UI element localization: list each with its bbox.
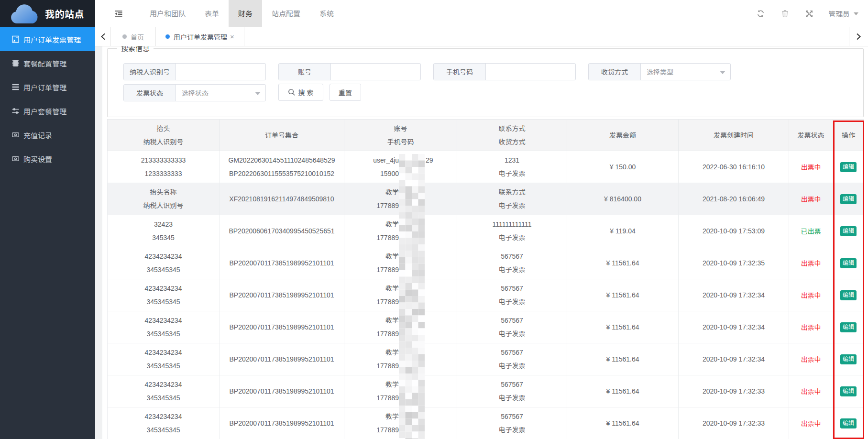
edit-button[interactable]: 编辑 <box>840 194 857 204</box>
sidebar-item-4[interactable]: 用户套餐管理 <box>0 99 95 123</box>
account-visible-suffix <box>425 250 457 263</box>
account-visible-prefix: 教学 <box>344 282 399 295</box>
account-visible-suffix <box>425 282 457 295</box>
cell-line: XF20210819162114974849509810 <box>220 192 344 206</box>
amount-text: ¥ 11561.64 <box>606 259 639 267</box>
tab-label: 用户订单发票管理 <box>174 32 227 42</box>
cell-line: 567567 <box>457 250 567 263</box>
table-row-1: 2133333333331233333333GM2022063014551110… <box>108 151 864 183</box>
trash-icon[interactable] <box>782 0 788 27</box>
nav-item-4[interactable]: 站点配置 <box>262 0 310 27</box>
cell-amount: ¥ 11561.64 <box>567 279 679 311</box>
cell-orders: BP20200606170340995450525651 <box>220 215 344 247</box>
account-visible-prefix: 教学 <box>344 314 399 327</box>
created-time-text: 2020-10-09 17:32:33 <box>703 387 765 395</box>
sidebar: 我的站点 用户订单发票管理套餐配置管理用户订单管理用户套餐管理充值记录购买设置 <box>0 0 95 439</box>
column-header-7: 发票状态 <box>789 120 833 151</box>
search-button[interactable]: 搜 索 <box>278 84 323 101</box>
amount-text: ¥ 150.00 <box>610 163 636 171</box>
cell-action: 编辑 <box>833 279 864 311</box>
tabs-scroll-left-icon[interactable] <box>95 27 111 46</box>
account-visible-prefix: 教学 <box>344 410 399 423</box>
account-visible-prefix: 177889 <box>344 423 399 437</box>
edit-button[interactable]: 编辑 <box>840 162 857 172</box>
cell-status: 出票中 <box>789 311 833 343</box>
search-field-group-3: 手机号码 <box>433 63 576 80</box>
tab-label: 首页 <box>131 32 144 42</box>
invoice-table: 抬头纳税人识别号订单号集合账号手机号码联系方式收货方式发票金额发票创建时间发票状… <box>107 119 864 439</box>
search-icon <box>288 89 295 96</box>
nav-item-2[interactable]: 表单 <box>195 0 229 27</box>
cell-action: 编辑 <box>833 407 864 439</box>
cell-orders: BP20200701173851989952101101 <box>220 343 344 375</box>
select-placeholder: 选择状态 <box>182 88 209 98</box>
table-row-8: 4234234234345345345BP2020070117385198995… <box>108 375 864 407</box>
cell-line: BP20200701173851989952101101 <box>220 256 344 270</box>
search-field-label: 纳税人识别号 <box>124 64 176 80</box>
search-text-input[interactable] <box>331 64 420 80</box>
caret-down-icon <box>720 71 725 77</box>
nav-item-3[interactable]: 财务 <box>229 0 262 27</box>
edit-button[interactable]: 编辑 <box>840 386 857 396</box>
account-visible-prefix: 15900 <box>344 167 399 180</box>
sidebar-fold-icon[interactable] <box>115 11 122 17</box>
tab-1[interactable]: 首页 <box>111 27 156 46</box>
edit-button[interactable]: 编辑 <box>840 258 857 268</box>
tabs-scroll-right-icon[interactable] <box>849 27 868 46</box>
nav-item-5[interactable]: 系统 <box>310 0 343 27</box>
cell-title: 2133333333331233333333 <box>108 151 220 183</box>
reset-button[interactable]: 重置 <box>330 84 361 101</box>
banknote-icon <box>11 131 19 139</box>
cell-line: 111111111111 <box>457 218 567 231</box>
account-visible-suffix <box>425 346 457 359</box>
search-field-label: 发票状态 <box>124 85 176 101</box>
nav-item-1[interactable]: 用户和团队 <box>140 0 195 27</box>
cell-line: 345345345 <box>108 391 219 405</box>
account-visible-prefix: 177889 <box>344 263 399 276</box>
search-field-group-4: 收货方式选择类型 <box>588 63 731 80</box>
search-text-input[interactable] <box>176 64 265 80</box>
sidebar-item-6[interactable]: 购买设置 <box>0 147 95 171</box>
sidebar-item-3[interactable]: 用户订单管理 <box>0 75 95 99</box>
admin-label: 管理员 <box>828 9 850 19</box>
sidebar-item-5[interactable]: 充值记录 <box>0 123 95 147</box>
column-header-line: 账号 <box>344 122 457 135</box>
refresh-icon[interactable] <box>757 0 764 27</box>
cell-line: 1233333333 <box>108 167 219 180</box>
sidebar-item-2[interactable]: 套餐配置管理 <box>0 51 95 75</box>
created-time-text: 2020-10-09 17:32:33 <box>703 419 765 427</box>
cell-line: 32423 <box>108 218 219 231</box>
sidebar-item-label: 购买设置 <box>23 154 52 164</box>
cell-line: BP20200701173851989952101101 <box>220 320 344 334</box>
status-text: 出票中 <box>801 260 821 267</box>
tab-close-icon[interactable]: × <box>230 33 234 40</box>
cell-created: 2020-10-09 17:32:34 <box>679 343 789 375</box>
account-visible-prefix: 教学 <box>344 218 399 231</box>
cell-action: 编辑 <box>833 375 864 407</box>
edit-button[interactable]: 编辑 <box>840 354 857 364</box>
cell-action: 编辑 <box>833 183 864 215</box>
sidebar-item-label: 用户订单发票管理 <box>23 34 81 44</box>
admin-dropdown[interactable]: 管理员 <box>828 0 858 27</box>
edit-button[interactable]: 编辑 <box>840 418 857 428</box>
account-visible-suffix <box>425 263 457 276</box>
cell-status: 出票中 <box>789 279 833 311</box>
status-text: 出票中 <box>801 164 821 171</box>
cell-action: 编辑 <box>833 311 864 343</box>
cell-line: GM20220630145511102485648529 <box>220 154 344 167</box>
search-select[interactable]: 选择状态 <box>176 85 265 101</box>
cell-line: 4234234234 <box>108 410 219 423</box>
cell-action: 编辑 <box>833 247 864 279</box>
sidebar-item-1[interactable]: 用户订单发票管理 <box>0 27 95 51</box>
account-visible-prefix: 177889 <box>344 295 399 308</box>
edit-button[interactable]: 编辑 <box>840 290 857 300</box>
search-text-input[interactable] <box>486 64 575 80</box>
search-select[interactable]: 选择类型 <box>641 64 730 80</box>
cell-action: 编辑 <box>833 151 864 183</box>
edit-button[interactable]: 编辑 <box>840 226 857 236</box>
edit-button[interactable]: 编辑 <box>840 322 857 332</box>
fullscreen-icon[interactable] <box>806 0 813 27</box>
table-row-5: 4234234234345345345BP2020070117385198995… <box>108 279 864 311</box>
account-visible-suffix <box>425 359 457 373</box>
tab-2[interactable]: 用户订单发票管理× <box>156 27 244 46</box>
